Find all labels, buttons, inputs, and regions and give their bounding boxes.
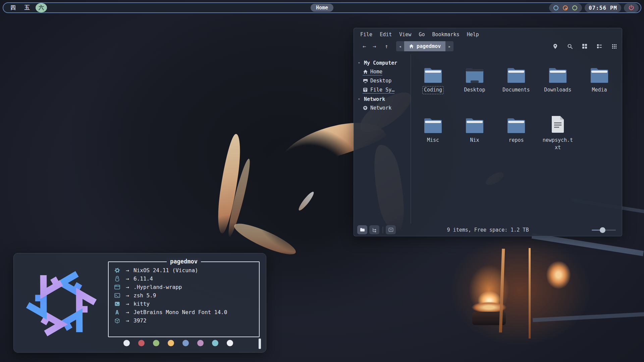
icon-view-button[interactable]	[582, 43, 588, 49]
chevron-left-icon: ◂	[399, 44, 401, 49]
text-file-icon	[550, 112, 565, 133]
side-panel-toggle-button[interactable]	[386, 225, 396, 234]
workspace-switcher: 四 五 六	[3, 3, 47, 12]
file-item-documents[interactable]: Documents	[495, 60, 537, 111]
up-button[interactable]: ↑	[381, 42, 391, 51]
collapse-icon: ▾	[358, 61, 362, 65]
menu-bookmarks[interactable]: Bookmarks	[432, 32, 459, 38]
file-item-newpsych-txt[interactable]: newpsych.txt	[537, 111, 579, 161]
sidebar-item-network[interactable]: Network	[358, 104, 411, 113]
statusbar: 9 items, Free space: 1.2 TB	[354, 224, 622, 236]
compact-view-icon	[612, 44, 617, 49]
palette-dot	[227, 340, 233, 346]
power-button[interactable]	[624, 3, 639, 12]
folder-pane-icon	[360, 228, 365, 232]
home-icon	[363, 69, 368, 74]
terminal-icon	[113, 302, 121, 306]
file-item-media[interactable]: Media	[579, 60, 620, 111]
tray-blue-icon[interactable]	[553, 5, 559, 11]
shell-icon	[113, 293, 121, 298]
file-grid: Coding Desktop Documents Downloads	[411, 54, 622, 224]
fetch-row-os: → NixOS 24.11 (Vicuna)	[113, 266, 256, 275]
fetch-row-terminal: → kitty	[113, 300, 256, 308]
palette-dot	[138, 340, 145, 346]
back-button[interactable]: ←	[359, 42, 369, 51]
folder-icon	[423, 62, 443, 83]
home-icon	[409, 44, 414, 49]
tray-orange-icon[interactable]	[562, 5, 569, 11]
search-icon	[567, 44, 573, 49]
file-item-nix[interactable]: Nix	[454, 111, 495, 161]
file-item-repos[interactable]: repos	[495, 111, 537, 161]
places-pane-button[interactable]	[357, 225, 367, 234]
tree-pane-icon	[372, 228, 377, 232]
fastfetch-panel: pagedmov → NixOS 24.11 (Vicuna) → 6.11.4	[108, 261, 260, 337]
desktop-icon	[363, 78, 368, 83]
breadcrumb-right-button[interactable]: ▸	[445, 44, 453, 49]
menu-view[interactable]: View	[399, 32, 411, 38]
palette-dot	[153, 340, 159, 346]
sidebar: ▾ My Computer Home Desktop	[354, 54, 411, 224]
arrow-icon: →	[121, 292, 133, 299]
sidebar-item-home[interactable]: Home	[358, 67, 411, 76]
arrow-icon: →	[121, 317, 133, 324]
tray-green-icon[interactable]	[572, 5, 578, 11]
sidebar-item-filesystem[interactable]: File Sy…	[358, 85, 411, 95]
menu-go[interactable]: Go	[419, 32, 425, 38]
kernel-icon	[113, 276, 121, 282]
menu-help[interactable]: Help	[467, 32, 479, 38]
wallpaper-lantern-edge	[529, 248, 531, 339]
workspace-6-active[interactable]: 六	[36, 3, 47, 12]
menu-edit[interactable]: Edit	[380, 32, 392, 38]
forward-icon: →	[373, 43, 376, 50]
search-button[interactable]	[567, 43, 573, 49]
list-view-button[interactable]	[596, 43, 602, 49]
workspace-5[interactable]: 五	[21, 3, 33, 12]
forward-button[interactable]: →	[369, 42, 379, 51]
palette-dot	[168, 340, 174, 346]
folder-icon	[590, 62, 609, 83]
palette-dot	[123, 340, 130, 346]
back-icon: ←	[363, 43, 366, 50]
file-item-desktop[interactable]: Desktop	[454, 60, 495, 111]
workspace-4[interactable]: 四	[7, 3, 19, 12]
terminal-scrollbar[interactable]	[259, 339, 261, 349]
nixos-logo	[23, 265, 100, 342]
chevron-right-icon: ▸	[448, 44, 451, 49]
compact-view-button[interactable]	[611, 43, 617, 49]
terminal-window[interactable]: pagedmov → NixOS 24.11 (Vicuna) → 6.11.4	[13, 253, 266, 353]
fetch-row-kernel: → 6.11.4	[113, 275, 256, 283]
packages-icon	[113, 318, 121, 323]
breadcrumb-left-button[interactable]: ◂	[396, 44, 404, 49]
sidebar-section-my-computer[interactable]: ▾ My Computer	[358, 58, 411, 67]
arrow-icon: →	[121, 309, 133, 315]
palette-dot	[212, 340, 218, 346]
clock-text: 07:56 PM	[589, 5, 617, 11]
collapse-icon: ▾	[358, 97, 362, 101]
wallpaper-silhouette	[248, 127, 369, 255]
folder-icon	[548, 62, 568, 83]
file-manager-window: File Edit View Go Bookmarks Help ← → ↑ ◂…	[354, 28, 622, 236]
sidebar-section-network[interactable]: ▾ Network	[358, 95, 411, 104]
fetch-row-font: A → JetBrains Mono Nerd Font 14.0	[113, 308, 256, 316]
wallpaper-distant-flame	[546, 261, 571, 289]
tree-pane-button[interactable]	[369, 225, 379, 234]
drive-icon	[363, 87, 368, 93]
arrow-icon: →	[121, 301, 133, 307]
file-item-coding[interactable]: Coding	[412, 60, 454, 111]
zoom-slider[interactable]	[592, 227, 616, 233]
sidebar-item-desktop[interactable]: Desktop	[358, 76, 411, 85]
file-item-downloads[interactable]: Downloads	[537, 60, 579, 111]
menu-file[interactable]: File	[360, 32, 372, 38]
network-globe-icon	[363, 105, 368, 111]
zoom-slider-knob[interactable]	[600, 227, 605, 233]
location-pin-icon	[553, 44, 558, 49]
breadcrumb: ◂ pagedmov ▸	[396, 41, 453, 51]
clock-widget: 07:56 PM	[585, 3, 621, 12]
file-item-misc[interactable]: Misc	[412, 111, 454, 161]
statusbar-separator	[383, 227, 383, 233]
breadcrumb-home-segment[interactable]: pagedmov	[404, 41, 445, 51]
location-button[interactable]	[552, 43, 558, 49]
nixos-icon	[113, 267, 121, 273]
palette-dot	[182, 340, 189, 346]
